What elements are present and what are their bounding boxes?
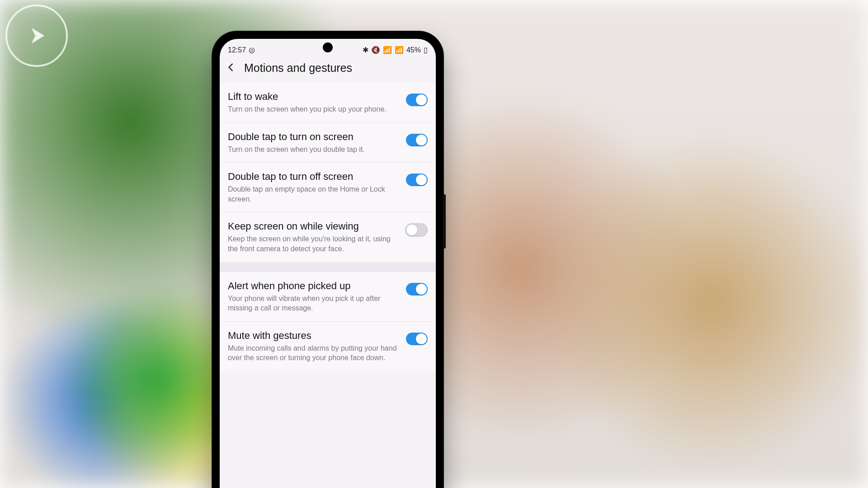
settings-group-1: Lift to wake Turn on the screen when you… (220, 83, 436, 262)
mute-icon: 🔇 (371, 46, 380, 54)
setting-title: Mute with gestures (228, 330, 399, 342)
setting-desc: Keep the screen on while you're looking … (228, 234, 398, 253)
setting-row-mute-gestures[interactable]: Mute with gestures Mute incoming calls a… (220, 321, 436, 371)
page-header: Motions and gestures (220, 55, 436, 83)
setting-row-double-tap-off[interactable]: Double tap to turn off screen Double tap… (220, 162, 436, 212)
back-button[interactable] (226, 62, 236, 75)
signal-icon: 📶 (395, 46, 404, 54)
svg-marker-0 (31, 28, 44, 44)
chevron-left-icon (226, 62, 236, 72)
camera-punch-hole (323, 42, 333, 52)
setting-title: Double tap to turn off screen (228, 171, 399, 183)
toggle-mute-gestures[interactable] (406, 333, 428, 345)
toggle-alert-pickup[interactable] (406, 283, 428, 296)
status-time: 12:57 (228, 46, 246, 54)
setting-title: Alert when phone picked up (228, 280, 399, 292)
channel-watermark (5, 5, 68, 67)
bluetooth-icon: ✱ (363, 46, 368, 54)
phone-side-button (443, 194, 446, 249)
toggle-keep-screen-on[interactable] (405, 223, 428, 237)
setting-title: Keep screen on while viewing (228, 221, 398, 232)
setting-desc: Your phone will vibrate when you pick it… (228, 294, 399, 313)
setting-row-alert-pickup[interactable]: Alert when phone picked up Your phone wi… (220, 272, 436, 321)
toggle-double-tap-off[interactable] (406, 174, 428, 186)
toggle-double-tap-on[interactable] (406, 134, 428, 146)
phone-frame: 12:57 ◎ ✱ 🔇 📶 📶 45% ▯ Motions and gestur… (212, 32, 443, 488)
setting-row-keep-screen-on[interactable]: Keep screen on while viewing Keep the sc… (220, 212, 436, 262)
setting-row-double-tap-on[interactable]: Double tap to turn on screen Turn on the… (220, 122, 436, 163)
setting-desc: Turn on the screen when you double tap i… (228, 145, 399, 155)
wifi-icon: 📶 (383, 46, 392, 54)
toggle-lift-to-wake[interactable] (406, 94, 428, 106)
battery-percent: 45% (406, 46, 421, 54)
play-arrow-icon (24, 23, 50, 49)
group-divider (220, 262, 436, 272)
settings-group-2: Alert when phone picked up Your phone wi… (220, 272, 436, 371)
setting-desc: Turn on the screen when you pick up your… (228, 104, 399, 114)
setting-desc: Mute incoming calls and alarms by puttin… (228, 343, 399, 363)
setting-title: Double tap to turn on screen (228, 131, 399, 143)
phone-screen: 12:57 ◎ ✱ 🔇 📶 📶 45% ▯ Motions and gestur… (220, 39, 436, 488)
battery-icon: ▯ (424, 46, 428, 54)
setting-desc: Double tap an empty space on the Home or… (228, 184, 399, 204)
clock-icon: ◎ (249, 46, 255, 54)
page-title: Motions and gestures (244, 61, 352, 75)
setting-title: Lift to wake (228, 91, 399, 103)
setting-row-lift-to-wake[interactable]: Lift to wake Turn on the screen when you… (220, 83, 436, 122)
